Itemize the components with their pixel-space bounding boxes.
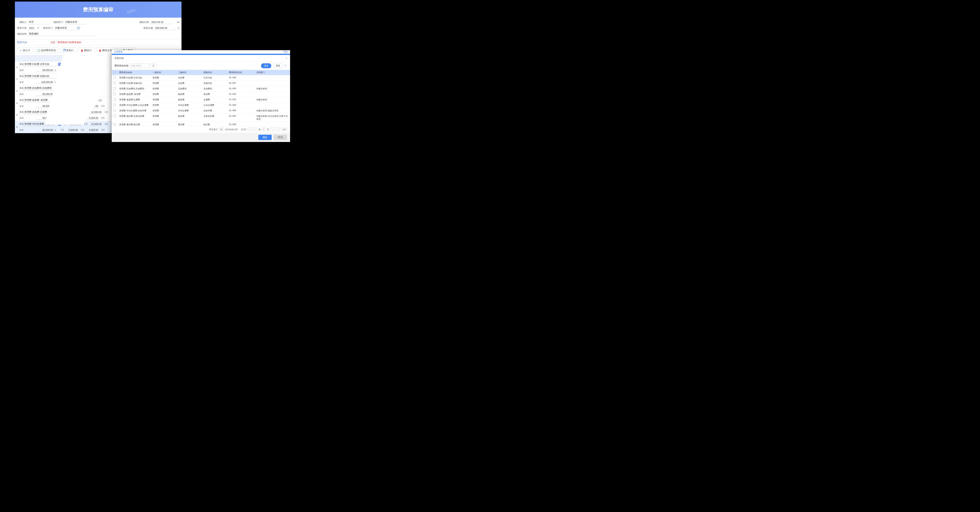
cell-code: GL-001: [228, 113, 255, 122]
table-row[interactable]: 管理费-付款费-采购付款 管理费 付款费 采购付款 GL-007: [112, 81, 290, 86]
month-value[interactable]: 10,000.00: [68, 111, 81, 114]
section-header: 预算内容 注意：费用预算不能重复编审。: [15, 39, 181, 46]
month-value[interactable]: [65, 70, 78, 70]
category-name[interactable]: 管理费-市内交通费-出租车费: [24, 122, 57, 126]
category-picker-icon[interactable]: [58, 123, 61, 126]
year-total[interactable]: 144,000.00: [36, 81, 53, 84]
month-value[interactable]: 10,000.00: [89, 123, 102, 126]
table-row[interactable]: 管理费-市内交通费-出租车费 管理费 市内交通费 出租车费 GL-005 内蒙业…: [112, 108, 290, 113]
category-picker-icon[interactable]: [58, 63, 61, 66]
month-label: 8月: [79, 69, 84, 72]
row-checkbox[interactable]: [113, 93, 116, 95]
row-checkbox[interactable]: [113, 109, 116, 112]
prev-page-button[interactable]: <: [253, 128, 257, 131]
category-name[interactable]: 管理费-其他费用-其他费用: [24, 86, 57, 90]
row-checkbox[interactable]: [113, 115, 116, 117]
month-value[interactable]: 5,000.00: [85, 128, 99, 132]
total-records: 条/共9条记录: [225, 128, 238, 131]
month-value[interactable]: 10,000.00: [89, 63, 102, 66]
cell-level1: 管理费: [151, 92, 177, 97]
search-input[interactable]: 搜索关键字: [130, 64, 150, 68]
row-checkbox[interactable]: [113, 82, 116, 84]
row-checkbox[interactable]: [113, 104, 116, 106]
month-value[interactable]: 5,000.00: [85, 69, 99, 72]
expand-icon[interactable]: 》: [285, 64, 287, 68]
table-row[interactable]: 管理费-市内交通费-公共交通费 管理费 市内交通费 公共交通费 GL-004: [112, 102, 290, 108]
table-row[interactable]: 管理费-接待费-业务招待费 管理费 接待费 业务招待费 GL-001 内蒙业务部…: [112, 113, 290, 122]
perpage-input[interactable]: 50: [219, 128, 224, 131]
month-value[interactable]: 8,000.00: [68, 99, 81, 102]
year-total[interactable]: 96,000.00: [36, 105, 53, 108]
go-button[interactable]: GO: [281, 128, 287, 131]
category-name[interactable]: 管理费-差旅费-交通费: [24, 110, 57, 114]
category-picker-icon[interactable]: [58, 87, 61, 90]
copy-row-button[interactable]: 复制行: [60, 48, 76, 53]
month-label: 1月: [62, 123, 67, 126]
year-total[interactable]: 90,000.00: [36, 93, 53, 96]
insert-row-button[interactable]: +插入行: [17, 48, 33, 53]
close-icon[interactable]: ×: [286, 56, 287, 60]
month-value[interactable]: 5,000.00: [65, 93, 78, 96]
current-page-input[interactable]: 1: [262, 128, 266, 131]
year-total[interactable]: 90,000.00: [36, 69, 53, 72]
table-row[interactable]: 管理费-差旅费-交通费 管理费 差旅费 交通费 GL-002 内蒙业务部: [112, 97, 290, 102]
month-value[interactable]: 8,000.00: [65, 105, 78, 108]
first-page-button[interactable]: |<: [248, 128, 252, 131]
year-value[interactable]: 2021: [28, 26, 36, 30]
category-name[interactable]: 管理费-付款费-采购付款: [24, 74, 57, 78]
select-all-checkbox[interactable]: [113, 71, 116, 73]
category-picker-icon[interactable]: [58, 99, 61, 102]
month-value[interactable]: 5,000.00: [65, 116, 78, 120]
currency-unit: 元: [54, 93, 56, 96]
month-value[interactable]: 10,000.00: [68, 123, 81, 126]
category-picker-icon[interactable]: [58, 75, 61, 78]
cell-level2: 差旅费: [177, 92, 202, 97]
month-value[interactable]: [89, 76, 102, 77]
cancel-button[interactable]: 取消: [274, 135, 287, 140]
month-value[interactable]: [68, 76, 81, 77]
month-value[interactable]: 5,000.00: [65, 128, 78, 132]
cell-name: 管理费-市内交通费-公共交通费: [118, 102, 151, 108]
cell-level2: 差旅费: [177, 97, 202, 102]
pick-category-button[interactable]: 选择费用类别: [35, 48, 59, 53]
category-name[interactable]: 管理费-付款费-日常付款: [24, 62, 57, 66]
month-value[interactable]: 8,000.0: [89, 99, 102, 102]
table-row[interactable]: 管理费-差旅费- 食宿费 管理费 差旅费 食宿费 GL-003: [112, 92, 290, 97]
category-picker-icon[interactable]: [58, 111, 61, 114]
row-checkbox[interactable]: [113, 76, 116, 79]
reset-button[interactable]: 重置: [273, 63, 283, 68]
year-total[interactable]: 90,000.00: [36, 116, 53, 120]
last-page-button[interactable]: >|: [275, 128, 280, 131]
row-index: 4: [15, 97, 19, 109]
empty-toggle[interactable]: 空: [151, 64, 156, 68]
month-value[interactable]: 8,000.00: [85, 105, 99, 108]
filter-button[interactable]: 筛选: [261, 63, 271, 68]
month-value[interactable]: 10,000.00: [68, 63, 81, 66]
table-row[interactable]: 管理费-付款费-日常付款 管理费 付款费 日常付款 GL-008: [112, 75, 290, 81]
row-checkbox[interactable]: [113, 87, 116, 89]
next-page-button[interactable]: >: [270, 128, 274, 131]
table-header-row: 费用类别名称 一级科目 二级科目 明细科目 费用类别代码 适用部门: [112, 70, 290, 75]
note-value[interactable]: 预算编制: [28, 32, 95, 36]
month-value[interactable]: [85, 82, 99, 83]
month-value[interactable]: 12,000: [65, 81, 78, 84]
dept-value[interactable]: 内蒙业务部: [65, 20, 86, 24]
budget-form: 编制人:朱宜 编制部门:内蒙业务部 编制日期:2022-04-19 № 预算年度…: [15, 18, 181, 38]
row-checkbox[interactable]: [113, 98, 116, 100]
delete-row-button[interactable]: 🗑删除行: [78, 48, 94, 53]
month-value[interactable]: 5,000.00: [85, 116, 99, 120]
month-value[interactable]: 10,000.00: [89, 111, 102, 114]
confirm-button[interactable]: 确定: [258, 135, 272, 140]
month-label: 8月: [79, 128, 84, 132]
month-value[interactable]: [85, 94, 99, 94]
month-value[interactable]: [89, 88, 102, 89]
month-value[interactable]: 10,000.00: [68, 87, 81, 90]
dept-picker-icon[interactable]: [77, 27, 80, 29]
year-total[interactable]: 90,000.00: [36, 128, 53, 132]
table-row[interactable]: 管理费-通讯费-电话费 管理费 通讯费 电话费 GL-006: [112, 122, 290, 126]
row-label-category: 类别: [19, 61, 24, 67]
budget-dept-value[interactable]: 内蒙业务部: [54, 26, 76, 30]
row-checkbox[interactable]: [113, 123, 116, 126]
table-row[interactable]: 管理费-其他费用-其他费用 管理费 其他费用 其他费用 GL-009 内蒙业务部: [112, 86, 290, 92]
category-name[interactable]: 管理费-差旅费- 食宿费: [24, 98, 57, 102]
